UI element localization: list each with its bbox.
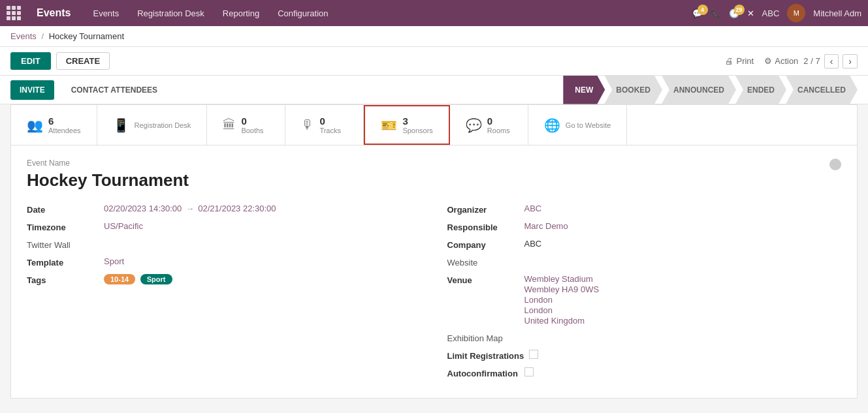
date-arrow: → (185, 204, 194, 213)
edit-button[interactable]: EDIT (10, 52, 51, 70)
booths-label: Booths (241, 127, 263, 134)
event-name-label: Event Name (27, 159, 829, 168)
toolbar-actions: 🖨 Print ⚙ Action (725, 56, 798, 66)
tags-container: 10-14 Sport (104, 274, 175, 284)
user-name: Mitchell Adm (813, 8, 861, 18)
event-title: Hockey Tournament (27, 170, 829, 191)
website-row: Website (447, 256, 842, 268)
status-new[interactable]: NEW (563, 76, 605, 104)
stat-tracks[interactable]: 🎙 0 Tracks (285, 105, 364, 145)
venue-line-5[interactable]: United Kingdom (524, 316, 600, 326)
website-icon: 🌐 (544, 117, 560, 133)
pager-prev[interactable]: ‹ (824, 54, 839, 69)
venue-label: Venue (447, 274, 519, 285)
nav-configuration[interactable]: Configuration (275, 8, 330, 18)
stat-registration-desk[interactable]: 📱 Registration Desk (97, 105, 208, 145)
venue-row: Venue Wembley Stadium Wembley HA9 0WS Lo… (447, 274, 842, 326)
rooms-label: Rooms (487, 127, 510, 134)
stat-website[interactable]: 🌐 Go to Website (528, 105, 628, 145)
date-value: 02/20/2023 14:30:00 → 02/21/2023 22:30:0… (104, 204, 276, 213)
website-label: Website (447, 256, 519, 268)
pager: 2 / 7 ‹ › (803, 54, 858, 69)
stats-bar: 👥 6 Attendees 📱 Registration Desk 🏛 0 Bo… (10, 104, 858, 145)
exhibition-label: Exhibition Map (447, 332, 519, 343)
tracks-label: Tracks (319, 127, 341, 134)
activity-icon[interactable]: 🕐 29 (729, 8, 739, 18)
rooms-count: 0 (487, 115, 510, 127)
breadcrumb-current: Hockey Tournament (49, 31, 124, 41)
autoconfirm-row: Autoconfirmation (447, 367, 842, 378)
create-button[interactable]: CREATE (56, 52, 110, 70)
phone-icon[interactable]: 📞 (711, 8, 721, 18)
contact-attendees-button[interactable]: CONTACT ATTENDEES (62, 80, 167, 100)
registration-label: Registration Desk (135, 121, 191, 129)
twitter-label: Twitter Wall (27, 239, 99, 250)
attendees-icon: 👥 (27, 117, 43, 133)
invite-button[interactable]: INVITE (10, 80, 54, 100)
autoconfirm-label: Autoconfirmation (447, 367, 519, 378)
pager-next[interactable]: › (843, 54, 858, 69)
top-navigation: Events Events Registration Desk Reportin… (0, 0, 868, 26)
venue-line-4[interactable]: London (524, 305, 600, 315)
breadcrumb-parent[interactable]: Events (10, 31, 37, 41)
settings-icon[interactable]: ✕ (747, 8, 754, 18)
nav-registration-desk[interactable]: Registration Desk (135, 8, 207, 18)
exhibition-row: Exhibition Map (447, 332, 842, 343)
sponsors-icon: 🎫 (381, 117, 397, 133)
avatar[interactable]: M (787, 4, 805, 22)
stat-sponsors[interactable]: 🎫 3 Sponsors (364, 105, 449, 145)
status-announced[interactable]: ANNOUNCED (662, 76, 736, 104)
status-ended[interactable]: ENDED (735, 76, 786, 104)
rooms-icon: 💬 (466, 117, 482, 133)
nav-events[interactable]: Events (90, 8, 121, 18)
date-row: Date 02/20/2023 14:30:00 → 02/21/2023 22… (27, 204, 421, 215)
action-button[interactable]: ⚙ Action (764, 56, 798, 66)
toolbar: EDIT CREATE 🖨 Print ⚙ Action 2 / 7 ‹ › (0, 47, 868, 76)
status-circle (829, 159, 841, 170)
limit-label: Limit Registrations (447, 350, 524, 361)
venue-line-1[interactable]: Wembley Stadium (524, 274, 600, 284)
booths-count: 0 (241, 115, 263, 127)
venue-line-3[interactable]: London (524, 295, 600, 305)
template-value[interactable]: Sport (104, 256, 124, 266)
responsible-value[interactable]: Marc Demo (524, 221, 568, 231)
date-end[interactable]: 02/21/2023 22:30:00 (198, 204, 276, 213)
date-label: Date (27, 204, 99, 215)
stat-attendees[interactable]: 👥 6 Attendees (11, 105, 97, 145)
attendees-label: Attendees (48, 127, 81, 134)
organizer-value[interactable]: ABC (524, 204, 542, 213)
date-start[interactable]: 02/20/2023 14:30:00 (104, 204, 182, 213)
company-label: Company (447, 239, 519, 250)
tag-10-14[interactable]: 10-14 (104, 274, 135, 284)
tracks-count: 0 (319, 115, 341, 127)
company-value: ABC (524, 239, 542, 249)
print-button[interactable]: 🖨 Print (725, 56, 754, 66)
timezone-label: Timezone (27, 221, 99, 232)
tags-row: Tags 10-14 Sport (27, 274, 421, 285)
venue-line-2[interactable]: Wembley HA9 0WS (524, 284, 600, 294)
company-row: Company ABC (447, 239, 842, 250)
app-grid-icon[interactable] (7, 6, 21, 20)
status-booked[interactable]: BOOKED (604, 76, 662, 104)
stat-booths[interactable]: 🏛 0 Booths (207, 105, 285, 145)
timezone-value[interactable]: US/Pacific (104, 221, 143, 231)
organizer-label: Organizer (447, 204, 519, 215)
website-label: Go to Website (566, 121, 611, 129)
sponsors-count: 3 (402, 115, 432, 127)
responsible-label: Responsible (447, 221, 519, 232)
twitter-row: Twitter Wall (27, 239, 421, 250)
limit-checkbox[interactable] (529, 350, 538, 359)
form-right: Organizer ABC Responsible Marc Demo Comp… (447, 204, 842, 385)
stat-rooms[interactable]: 💬 0 Rooms (450, 105, 528, 145)
status-cancelled[interactable]: CANCELLED (786, 76, 858, 104)
limit-row: Limit Registrations (447, 350, 842, 361)
attendees-count: 6 (48, 115, 81, 127)
organizer-row: Organizer ABC (447, 204, 842, 215)
app-brand: Events (37, 7, 71, 19)
tag-sport[interactable]: Sport (140, 274, 172, 284)
messages-icon[interactable]: 💬 4 (692, 8, 703, 18)
nav-reporting[interactable]: Reporting (220, 8, 262, 18)
booths-icon: 🏛 (223, 117, 236, 132)
responsible-row: Responsible Marc Demo (447, 221, 842, 232)
autoconfirm-checkbox[interactable] (524, 367, 534, 376)
